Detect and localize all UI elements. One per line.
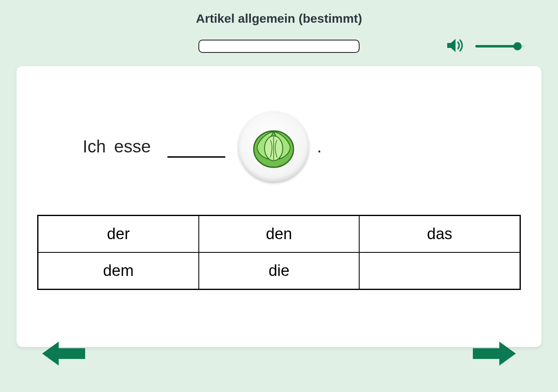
page-title: Artikel allgemein (bestimmt) [0,0,558,26]
answer-input[interactable] [198,40,360,53]
exercise-card: Ich esse . der den das dem die [17,66,541,347]
sentence-blank[interactable] [167,140,225,158]
option-der[interactable]: der [38,216,199,252]
sentence-row: Ich esse . [83,112,521,182]
speaker-icon[interactable] [446,37,465,55]
sentence-word: Ich [83,137,106,157]
option-empty [359,252,520,289]
volume-slider[interactable] [475,42,525,50]
option-dem[interactable]: dem [38,252,199,289]
options-grid: der den das dem die [37,215,521,290]
audio-controls [446,37,525,55]
sentence-period: . [317,137,322,157]
top-bar [0,38,558,55]
option-den[interactable]: den [199,216,360,252]
prev-arrow-icon[interactable] [41,339,87,370]
option-die[interactable]: die [199,252,360,289]
next-arrow-icon[interactable] [471,339,517,370]
option-das[interactable]: das [359,216,520,252]
cabbage-icon [249,122,298,171]
sentence-word: esse [114,137,151,157]
object-image-cabbage [238,112,309,182]
